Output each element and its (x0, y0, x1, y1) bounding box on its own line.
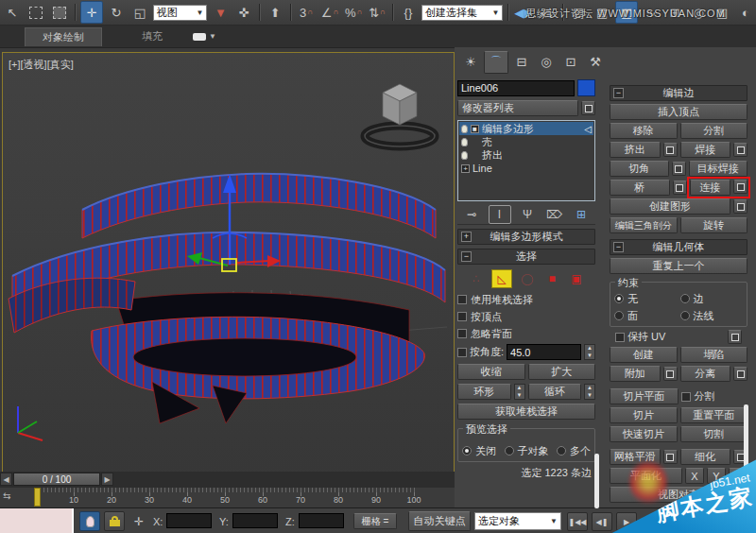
visibility-bulb-icon[interactable] (461, 138, 468, 146)
stack-row-line[interactable]: + Line (459, 162, 593, 175)
object-color-swatch[interactable] (577, 79, 595, 96)
modifier-list-arrow[interactable] (581, 101, 595, 115)
attach-settings-button[interactable] (663, 367, 678, 381)
connect-settings-button[interactable] (733, 180, 747, 194)
collapse-button[interactable]: 塌陷 (680, 347, 748, 363)
object-name-field[interactable]: Line006 (457, 80, 575, 96)
window-crossing-icon[interactable] (49, 2, 70, 23)
by-vertex-checkbox[interactable] (457, 312, 467, 321)
by-angle-checkbox[interactable] (457, 348, 467, 357)
expand-icon[interactable]: + (461, 164, 470, 173)
preview-subobject-radio[interactable] (505, 446, 514, 456)
constraint-edge-radio[interactable] (680, 294, 690, 303)
cut-button[interactable]: 切割 (680, 426, 748, 442)
previous-frame-arrow[interactable]: ◀ (0, 473, 12, 486)
reset-plane-button[interactable]: 重置平面 (680, 407, 748, 423)
use-pivot-center-icon[interactable]: ▼ (210, 2, 231, 23)
repeat-last-button[interactable]: 重复上一个 (610, 258, 747, 274)
previous-frame-button[interactable]: ◀❚ (592, 512, 612, 531)
modifier-stack[interactable]: ■ 编辑多边形 ◁ 壳 挤出 + Line (457, 120, 595, 201)
bridge-button[interactable]: 桥 (610, 180, 670, 196)
go-to-start-button[interactable]: ❚◀◀ (567, 512, 588, 531)
view-cube[interactable] (365, 84, 435, 146)
msmooth-settings-button[interactable] (663, 450, 678, 464)
get-stack-selection-button[interactable]: 获取堆栈选择 (457, 404, 595, 420)
constraint-normal-radio[interactable] (680, 311, 690, 320)
quickslice-button[interactable]: 快速切片 (610, 426, 678, 442)
isolate-selection-button[interactable] (79, 511, 100, 531)
rectangular-selection-region-icon[interactable] (26, 2, 46, 23)
constraint-face-radio[interactable] (614, 311, 624, 320)
border-mode-icon[interactable]: ◯ (518, 270, 537, 287)
create-shape-button[interactable]: 创建图形 (610, 198, 730, 215)
chamfer-button[interactable]: 切角 (610, 161, 669, 177)
spiral-model[interactable] (9, 174, 445, 423)
angle-snap-icon[interactable]: ∠∩ (319, 2, 340, 23)
grid-setting-button[interactable]: 栅格 = (353, 513, 397, 529)
reference-coordinate-dropdown[interactable]: 视图▼ (153, 5, 207, 21)
rollout-edit-poly-mode[interactable]: + 编辑多边形模式 (457, 229, 595, 245)
create-button[interactable]: 创建 (610, 347, 678, 363)
vertex-mode-icon[interactable]: ∴ (467, 270, 486, 287)
expand-icon[interactable]: ■ (471, 125, 479, 133)
use-stack-selection-checkbox[interactable] (457, 295, 467, 304)
edit-triangulation-button[interactable]: 编辑三角剖分 (610, 217, 678, 233)
left-column-scrollbar[interactable] (594, 454, 599, 508)
split-checkbox[interactable] (681, 392, 691, 402)
extrude-button[interactable]: 挤出 (610, 142, 661, 158)
shrink-button[interactable]: 收缩 (457, 364, 525, 380)
select-and-manipulate-icon[interactable]: ✜ (233, 2, 254, 23)
stack-row-edit-poly[interactable]: ■ 编辑多边形 ◁ (459, 122, 593, 135)
insert-vertex-button[interactable]: 插入顶点 (610, 104, 747, 120)
rollout-edit-geometry[interactable]: − 编辑几何体 (610, 239, 747, 255)
tessellate-button[interactable]: 细化 (680, 449, 731, 465)
time-slider[interactable]: ◀ 0 / 100 ▶ (0, 472, 455, 489)
selection-lock-button[interactable] (104, 511, 125, 531)
split-button[interactable]: 分割 (680, 123, 748, 139)
edit-named-selection-sets-icon[interactable]: {} (398, 2, 419, 23)
select-object-icon[interactable]: ↖ (2, 2, 23, 23)
x-coordinate-field[interactable] (166, 513, 212, 528)
ribbon-display-dropdown[interactable]: ▼ (193, 32, 216, 41)
planar-x-button[interactable]: X (685, 468, 704, 484)
tab-hierarchy-icon[interactable]: ⊟ (510, 51, 533, 72)
current-frame-marker[interactable] (34, 488, 41, 507)
remove-button[interactable]: 移除 (610, 123, 678, 139)
extrude-settings-button[interactable] (663, 143, 678, 157)
visibility-bulb-icon[interactable] (461, 151, 468, 160)
viewport-label[interactable]: [+][透视][真实] (9, 58, 74, 72)
detach-settings-button[interactable] (733, 367, 747, 381)
show-end-result-icon[interactable]: I (489, 205, 511, 224)
grow-button[interactable]: 扩大 (528, 364, 596, 380)
track-bar[interactable]: ⇆ 10 20 30 40 50 60 70 80 90 100 (0, 488, 455, 508)
loop-button[interactable]: 循环 (528, 384, 582, 400)
rollout-selection[interactable]: − 选择 (457, 249, 595, 265)
loop-spinner[interactable]: ▲▼ (584, 384, 595, 400)
render-production-icon[interactable]: ◐ (735, 2, 756, 23)
select-and-scale-icon[interactable]: ◱ (129, 2, 150, 23)
constraint-none-radio[interactable] (614, 294, 624, 303)
select-and-move-icon[interactable]: ✛ (80, 1, 103, 24)
time-slider-handle[interactable]: 0 / 100 (13, 473, 100, 486)
visibility-bulb-icon[interactable] (461, 125, 468, 133)
configure-modifier-sets-icon[interactable]: ⊞ (571, 206, 592, 223)
percent-snap-icon[interactable]: %∩ (343, 2, 364, 23)
create-shape-settings-button[interactable] (733, 199, 747, 214)
preserve-uv-checkbox[interactable] (615, 333, 625, 342)
y-coordinate-field[interactable] (232, 513, 278, 528)
tab-create-icon[interactable]: ☀ (459, 51, 482, 72)
chamfer-settings-button[interactable] (672, 162, 686, 176)
key-filter-dropdown[interactable]: 选定对象▼ (474, 512, 561, 530)
keyboard-override-icon[interactable]: ⬆ (265, 2, 285, 23)
polygon-mode-icon[interactable]: ■ (542, 270, 561, 287)
mini-curve-editor-icon[interactable]: ⇆ (3, 490, 10, 501)
viewport-canvas[interactable] (3, 53, 454, 474)
remove-modifier-icon[interactable]: ⌦ (544, 206, 565, 223)
angle-value-field[interactable] (507, 344, 581, 360)
preview-multi-radio[interactable] (557, 446, 566, 456)
tab-object-paint[interactable]: 对象绘制 (25, 27, 102, 46)
edge-mode-icon[interactable]: ◺ (491, 269, 512, 288)
absolute-mode-transform-icon[interactable]: ✛ (129, 511, 149, 531)
ring-spinner[interactable]: ▲▼ (514, 384, 525, 400)
modifier-list-dropdown[interactable]: 修改器列表 (457, 100, 578, 116)
